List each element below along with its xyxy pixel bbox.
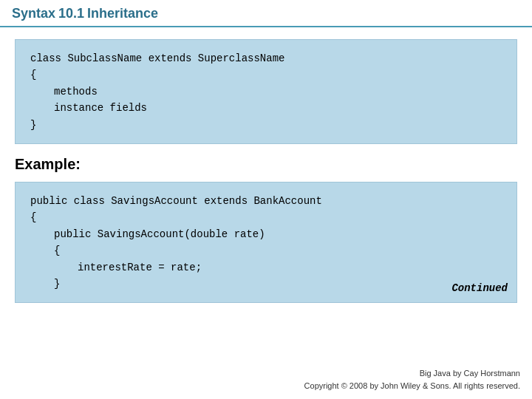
syntax-label: Syntax [12, 6, 55, 21]
page-title: Inheritance [87, 6, 158, 21]
syntax-line-5: } [30, 117, 502, 133]
example-line-2: { [30, 209, 502, 225]
syntax-line-3: methods [30, 83, 502, 100]
example-line-3: public SavingsAccount(double rate) [30, 226, 502, 242]
example-line-1: public class SavingsAccount extends Bank… [30, 193, 502, 209]
example-line-5: interestRate = rate; [30, 259, 502, 276]
example-label: Example: [15, 156, 517, 173]
footer: Big Java by Cay Horstmann Copyright © 20… [304, 367, 520, 392]
syntax-line-1: class SubclassName extends SuperclassNam… [30, 50, 502, 66]
syntax-code-box: class SubclassName extends SuperclassNam… [15, 39, 517, 144]
syntax-line-2: { [30, 66, 502, 83]
main-content: class SubclassName extends SuperclassNam… [0, 27, 532, 315]
page-header: Syntax 10.1 Inheritance [0, 0, 532, 27]
example-line-6: } [30, 276, 502, 292]
example-code-box: public class SavingsAccount extends Bank… [15, 182, 517, 303]
continued-label: Continued [451, 280, 508, 296]
syntax-line-4: instance fields [30, 100, 502, 116]
footer-line-1: Big Java by Cay Horstmann [304, 367, 520, 380]
syntax-number: 10.1 [58, 6, 84, 21]
example-line-4: { [30, 242, 502, 259]
footer-line-2: Copyright © 2008 by John Wiley & Sons. A… [304, 380, 520, 392]
